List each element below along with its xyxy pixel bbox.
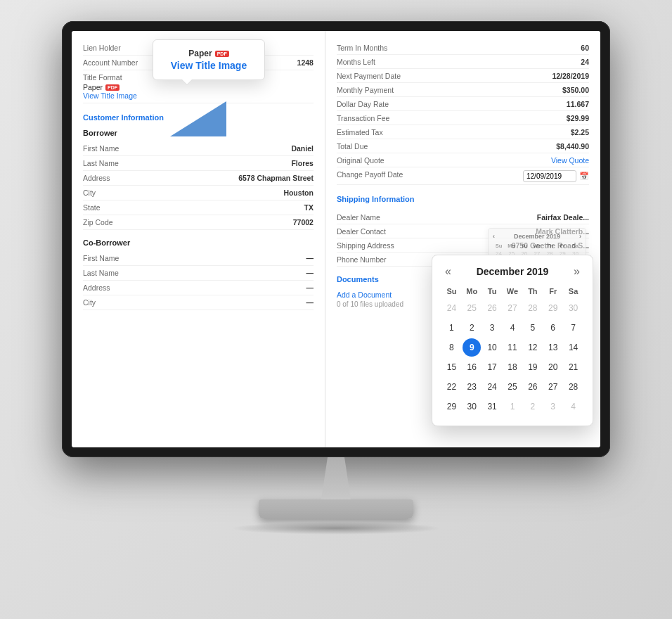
term-months-label: Term In Months xyxy=(337,44,387,52)
cal-day[interactable]: 8 xyxy=(442,338,460,357)
cal-day[interactable]: 20 xyxy=(544,358,562,376)
cal-day[interactable]: 3 xyxy=(483,319,501,337)
cal-day[interactable]: 23 xyxy=(463,378,481,396)
co-last-name-row: Last Name — xyxy=(83,266,314,281)
cal-day[interactable]: 15 xyxy=(442,358,460,376)
paper-label: Paper xyxy=(83,83,103,91)
popup-paper-text: Paper xyxy=(188,49,212,58)
cal-day[interactable]: 14 xyxy=(564,338,583,357)
first-name-row: First Name Daniel xyxy=(83,141,314,156)
cal-day[interactable]: 24 xyxy=(442,299,460,317)
monitor-neck xyxy=(315,457,357,499)
state-value: TX xyxy=(304,203,314,212)
cal-day[interactable]: 26 xyxy=(483,299,501,317)
next-payment-value: 12/28/2019 xyxy=(552,72,589,80)
view-quote-link[interactable]: View Quote xyxy=(551,156,589,165)
cal-day[interactable]: 25 xyxy=(463,299,481,317)
payoff-date-row: Change Payoff Date 📅 xyxy=(337,167,589,185)
co-last-name-value: — xyxy=(306,269,314,277)
co-address-row: Address — xyxy=(83,281,314,295)
cal-day[interactable]: 3 xyxy=(544,397,562,416)
cal-day[interactable]: 11 xyxy=(503,338,522,357)
mini-cal-sa-header: Sa xyxy=(569,243,581,249)
cal-day[interactable]: 17 xyxy=(483,358,501,376)
cal-day[interactable]: 28 xyxy=(564,378,583,396)
cal-day[interactable]: 30 xyxy=(564,299,583,317)
cal-day[interactable]: 2 xyxy=(524,397,542,416)
co-first-name-label: First Name xyxy=(83,254,119,262)
lien-holder-label: Lien Holder xyxy=(83,44,121,52)
term-months-row: Term In Months 60 xyxy=(337,41,589,55)
cal-day[interactable]: 7 xyxy=(564,319,583,337)
cal-day[interactable]: 18 xyxy=(503,358,522,376)
cal-day[interactable]: 29 xyxy=(442,397,460,416)
months-left-value: 24 xyxy=(581,58,589,66)
mini-cal-mo-header: Mo xyxy=(505,243,517,249)
co-city-row: City — xyxy=(83,295,314,310)
dealer-name-value: Fairfax Deale... xyxy=(537,213,589,222)
cal-day[interactable]: 4 xyxy=(503,319,522,337)
dealer-name-label: Dealer Name xyxy=(337,213,380,222)
popup-pdf-icon: PDF xyxy=(215,51,229,57)
cal-day[interactable]: 26 xyxy=(524,378,542,396)
cal-day[interactable]: 25 xyxy=(503,378,522,396)
cal-title: December 2019 xyxy=(477,266,549,277)
co-first-name-row: First Name — xyxy=(83,251,314,266)
cal-day[interactable]: 12 xyxy=(524,338,542,357)
zip-value: 77002 xyxy=(293,218,314,226)
coborrower-title: Co-Borrower xyxy=(83,238,314,247)
cal-day[interactable]: 27 xyxy=(503,299,522,317)
monthly-payment-label: Monthly Payment xyxy=(337,86,394,94)
monitor-shadow xyxy=(231,522,441,535)
cal-day[interactable]: 2 xyxy=(463,319,481,337)
cal-day[interactable]: 13 xyxy=(544,338,562,357)
view-title-image-link[interactable]: View Title Image xyxy=(83,91,314,100)
cal-day[interactable]: 24 xyxy=(483,378,501,396)
cal-day[interactable]: 31 xyxy=(483,397,501,416)
cal-th-header: Th xyxy=(523,285,542,298)
cal-day[interactable]: 30 xyxy=(463,397,481,416)
paper-badge: Paper PDF xyxy=(83,83,314,91)
payoff-date-input[interactable] xyxy=(523,170,576,182)
cal-day[interactable]: 28 xyxy=(524,299,542,317)
mini-cal-fr-header: Fr xyxy=(557,243,569,249)
monitor-bezel: Paper PDF View Title Image Lien Holder xyxy=(62,21,610,457)
address-value: 6578 Chapman Street xyxy=(238,174,314,182)
cal-day[interactable]: 6 xyxy=(544,319,562,337)
cal-selected-day[interactable]: 9 xyxy=(463,338,481,357)
mini-cal-su-header: Su xyxy=(493,243,505,249)
mini-cal-next[interactable]: › xyxy=(579,233,581,240)
mini-cal-tu-header: Tu xyxy=(518,243,530,249)
months-left-label: Months Left xyxy=(337,58,375,66)
popup-view-title-link[interactable]: View Title Image xyxy=(167,60,250,71)
cal-day[interactable]: 19 xyxy=(524,358,542,376)
popup-paper-row: Paper PDF xyxy=(167,49,250,58)
cal-day[interactable]: 27 xyxy=(544,378,562,396)
address-label: Address xyxy=(83,174,110,182)
payoff-date-field: 📅 xyxy=(523,170,589,182)
cal-day[interactable]: 1 xyxy=(442,319,460,337)
cal-prev-button[interactable]: « xyxy=(442,265,454,278)
state-label: State xyxy=(83,203,101,212)
calendar-icon[interactable]: 📅 xyxy=(579,172,589,181)
cal-day[interactable]: 22 xyxy=(442,378,460,396)
main-calendar-popup: « December 2019 » Su Mo Tu We Th Fr Sa xyxy=(432,255,593,426)
cal-next-button[interactable]: » xyxy=(571,265,583,278)
cal-sa-header: Sa xyxy=(564,285,583,298)
cal-day[interactable]: 1 xyxy=(503,397,522,416)
co-city-label: City xyxy=(83,298,96,307)
estimated-tax-row: Estimated Tax $2.25 xyxy=(337,125,589,139)
view-title-popup: Paper PDF View Title Image xyxy=(153,39,265,80)
phone-number-label: Phone Number xyxy=(337,255,387,264)
cal-day[interactable]: 21 xyxy=(564,358,583,376)
estimated-tax-label: Estimated Tax xyxy=(337,128,383,136)
mini-cal-prev[interactable]: ‹ xyxy=(493,233,495,240)
account-number-label: Account Number xyxy=(83,58,138,67)
cal-day[interactable]: 4 xyxy=(564,397,583,416)
original-quote-row: Original Quote View Quote xyxy=(337,153,589,167)
cal-day[interactable]: 16 xyxy=(463,358,481,376)
cal-day[interactable]: 29 xyxy=(544,299,562,317)
cal-grid: Su Mo Tu We Th Fr Sa 24 25 26 27 xyxy=(442,285,583,416)
cal-day[interactable]: 5 xyxy=(524,319,542,337)
cal-day[interactable]: 10 xyxy=(483,338,501,357)
